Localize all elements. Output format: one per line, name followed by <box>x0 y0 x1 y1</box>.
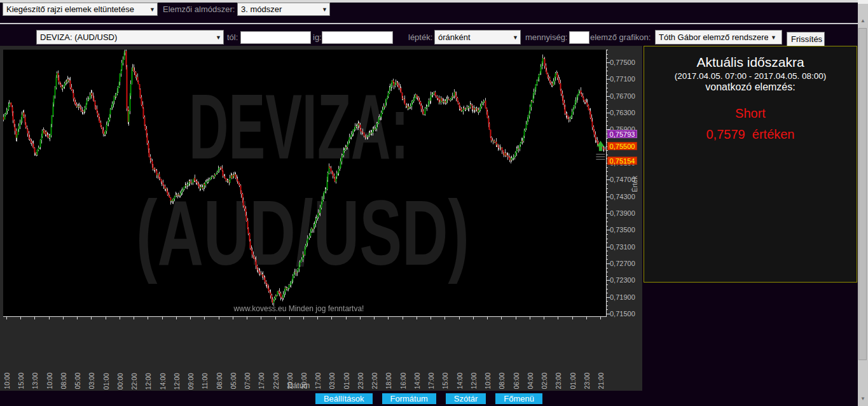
x-tick <box>6 317 7 319</box>
x-tick <box>331 317 332 319</box>
bottom-bar: Beállítások Formátum Szótár Főmenü <box>0 391 858 406</box>
y-tick <box>607 67 608 67</box>
y-tick <box>607 239 608 239</box>
y-tick <box>607 71 608 71</box>
x-tick <box>289 317 290 319</box>
y-tick-label: 0,71500 <box>610 310 635 318</box>
x-tick <box>388 317 389 319</box>
y-tick <box>607 272 608 272</box>
y-tick <box>607 54 608 55</box>
y-tick <box>607 58 608 59</box>
x-tick <box>317 317 318 319</box>
x-tick <box>162 317 163 319</box>
y-tick <box>607 268 608 269</box>
y-tick <box>607 309 608 310</box>
chart-plot-area[interactable] <box>3 50 606 316</box>
x-tick <box>600 317 601 319</box>
y-tick <box>607 150 608 151</box>
x-tick <box>444 317 445 319</box>
from-label: tól: <box>227 31 238 45</box>
y-tick-label: 0,73900 <box>610 209 635 217</box>
y-tick <box>607 100 608 101</box>
scroll-up-icon[interactable]: ▲ <box>858 17 868 25</box>
x-tick <box>346 317 347 319</box>
dictionary-button[interactable]: Szótár <box>446 393 486 404</box>
x-tick <box>77 317 78 319</box>
analysis-panel: Aktuális időszakra (2017.04.05. 07:00 - … <box>644 46 857 283</box>
chevron-down-icon: ▼ <box>149 6 155 13</box>
x-tick <box>558 317 558 319</box>
y-tick-label: 0,72300 <box>610 276 635 284</box>
menu-separator <box>0 23 868 24</box>
x-tick <box>544 317 544 319</box>
y-tick <box>607 167 608 168</box>
y-tick-label: 0,77500 <box>610 59 635 66</box>
y-tick-label: 0,73500 <box>610 226 635 234</box>
x-tick <box>516 317 516 319</box>
x-tick <box>106 317 106 319</box>
submethod-select-value: 3. módszer <box>241 4 319 14</box>
scroll-down-icon[interactable]: ▼ <box>858 395 868 403</box>
chevron-down-icon: ▼ <box>216 34 221 41</box>
x-tick <box>403 317 403 319</box>
x-tick <box>233 317 233 319</box>
y-tick <box>607 92 608 92</box>
to-date-input[interactable] <box>322 31 393 44</box>
instrument-select[interactable]: DEVIZA: (AUD/USD) ▼ <box>36 30 224 45</box>
y-tick <box>607 125 608 126</box>
submethod-label: Elemzői almódszer: <box>163 3 235 17</box>
y-tick-label: 0,74300 <box>610 193 635 200</box>
x-tick <box>417 317 417 319</box>
draw-elements-select[interactable]: Kiegészítő rajzi elemek eltüntetése ▼ <box>3 3 158 16</box>
y-tick <box>607 50 608 50</box>
y-tick <box>607 234 608 235</box>
x-tick <box>501 317 502 319</box>
header: Kiegészítő rajzi elemek eltüntetése ▼ El… <box>0 3 868 46</box>
quantity-label: mennyiség: <box>525 31 567 45</box>
y-tick-label: 0,73100 <box>610 243 635 251</box>
from-date-input[interactable] <box>240 31 311 44</box>
quantity-input[interactable] <box>569 31 589 44</box>
y-tick <box>607 184 608 185</box>
y-tick <box>607 176 608 176</box>
y-tick <box>607 138 608 139</box>
y-tick <box>607 209 608 209</box>
x-tick <box>20 317 21 319</box>
y-tick <box>607 155 608 155</box>
scrollbar[interactable]: ▲ ▼ <box>858 0 868 406</box>
x-tick <box>431 317 431 319</box>
instrument-select-value: DEVIZA: (AUD/USD) <box>40 32 213 42</box>
y-tick <box>607 226 608 227</box>
x-tick <box>459 317 460 319</box>
scrollbar-thumb[interactable] <box>858 28 867 360</box>
y-tick <box>607 188 608 189</box>
y-tick <box>607 117 608 118</box>
y-tick <box>607 200 608 201</box>
refresh-button[interactable]: Frissítés <box>787 32 825 46</box>
y-tick <box>607 83 608 84</box>
y-tick <box>607 251 608 251</box>
analyzer-select[interactable]: Tóth Gábor elemző rendszere ▼ <box>655 30 782 45</box>
chevron-down-icon: ▼ <box>771 34 776 41</box>
to-label: ig: <box>313 31 322 45</box>
scale-label: lépték: <box>408 31 432 45</box>
price-marker: 0,75154 <box>607 157 637 165</box>
settings-button[interactable]: Beállítások <box>315 393 373 404</box>
y-tick <box>607 242 608 243</box>
x-axis-title: Dátum <box>287 381 310 390</box>
x-tick <box>63 317 64 319</box>
format-button[interactable]: Formátum <box>382 393 436 404</box>
x-tick <box>34 317 35 319</box>
x-tick <box>91 317 92 319</box>
scale-select[interactable]: óránként ▼ <box>434 30 521 45</box>
x-tick <box>473 317 474 319</box>
x-tick <box>49 317 50 319</box>
price-marker: 0,75500 <box>607 142 637 150</box>
candlestick-chart: 0,775000,771000,767000,763000,759000,755… <box>0 46 642 391</box>
main-menu-button[interactable]: Főmenü <box>495 393 542 404</box>
y-tick <box>607 108 608 109</box>
y-tick <box>607 289 608 290</box>
x-tick <box>360 317 361 319</box>
submethod-select[interactable]: 3. módszer ▼ <box>237 3 330 16</box>
panel-period: (2017.04.05. 07:00 - 2017.04.05. 08:00) <box>644 71 857 81</box>
